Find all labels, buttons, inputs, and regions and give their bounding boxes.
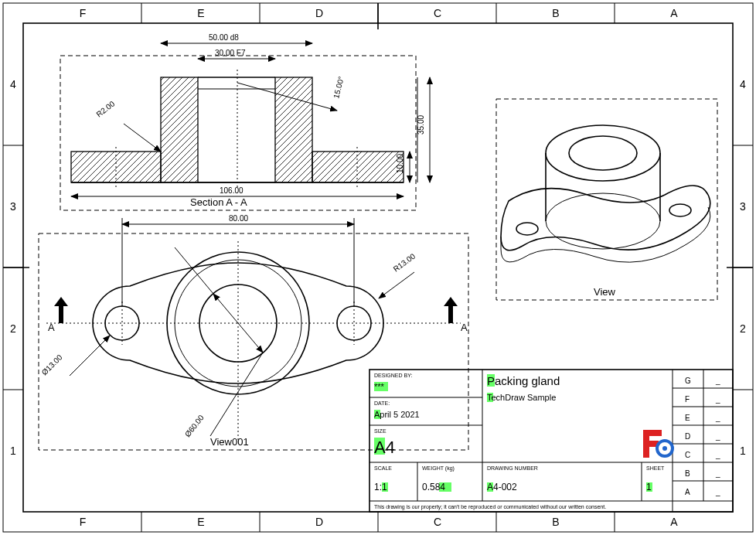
svg-text:1: 1: [10, 445, 16, 457]
svg-text:4: 4: [10, 78, 16, 90]
svg-text:C: C: [434, 7, 441, 19]
svg-text:E: E: [685, 414, 690, 422]
svg-text:3: 3: [10, 200, 16, 213]
svg-text:_: _: [715, 414, 720, 422]
svg-text:SCALE: SCALE: [374, 465, 392, 471]
svg-text:F: F: [80, 7, 87, 19]
freecad-logo-icon: [643, 430, 673, 458]
svg-text:2: 2: [10, 322, 16, 335]
svg-text:A: A: [670, 516, 678, 528]
date: April 5 2021: [374, 410, 420, 419]
svg-text:WEIGHT (kg): WEIGHT (kg): [422, 465, 455, 472]
svg-text:_: _: [715, 377, 720, 385]
svg-point-86: [516, 223, 538, 235]
svg-text:_: _: [715, 451, 720, 459]
section-view: 50.00 d8 30.00 F7 106.00 35.00 10.00 15.…: [60, 33, 430, 210]
iso-view: View: [496, 99, 717, 300]
dim-angle: 15.00°: [332, 76, 346, 100]
dim-106: 106.00: [220, 186, 243, 195]
iso-view-name: View: [594, 286, 616, 298]
svg-point-67: [337, 306, 371, 340]
drawing-title: Packing gland: [487, 374, 560, 387]
svg-text:SHEET: SHEET: [646, 465, 665, 471]
svg-text:_: _: [715, 395, 720, 404]
dim-30f7: 30.00 F7: [215, 49, 246, 57]
svg-text:A: A: [670, 7, 678, 19]
section-tag-right: A: [461, 322, 468, 333]
svg-text:B: B: [685, 469, 690, 478]
svg-text:F: F: [685, 395, 690, 404]
section-tag-left: A: [48, 322, 55, 333]
svg-text:D: D: [685, 432, 690, 441]
svg-text:C: C: [434, 516, 441, 528]
dim-r13: R13.00: [392, 252, 417, 274]
svg-text:E: E: [197, 516, 204, 528]
svg-text:F: F: [80, 516, 87, 528]
svg-text:1: 1: [740, 445, 746, 457]
svg-text:3: 3: [740, 200, 746, 213]
svg-text:_: _: [715, 469, 720, 478]
dim-d60: Ø60.00: [183, 413, 206, 438]
svg-rect-44: [161, 77, 198, 182]
svg-line-75: [70, 336, 110, 376]
svg-point-66: [105, 306, 139, 340]
size: A4: [374, 438, 395, 457]
dim-50d8: 50.00 d8: [209, 33, 239, 42]
svg-text:A: A: [685, 488, 690, 496]
svg-text:4: 4: [740, 78, 746, 90]
svg-line-79: [379, 272, 414, 298]
svg-rect-45: [275, 77, 312, 182]
svg-point-87: [669, 204, 691, 216]
title-block: DESIGNED BY: *** DATE: April 5 2021 SIZE…: [369, 370, 733, 512]
svg-text:E: E: [197, 7, 204, 19]
svg-text:_: _: [715, 432, 720, 441]
svg-text:DESIGNED BY:: DESIGNED BY:: [374, 373, 412, 378]
dim-d13: Ø13.00: [40, 353, 64, 377]
svg-point-134: [662, 446, 667, 451]
svg-point-81: [546, 125, 660, 181]
svg-text:G: G: [685, 377, 691, 385]
svg-text:D: D: [315, 7, 323, 19]
svg-text:B: B: [552, 7, 559, 19]
svg-text:DRAWING NUMBER: DRAWING NUMBER: [487, 465, 538, 471]
drawing-subtitle: TechDraw Sample: [487, 393, 556, 402]
drawing-number: A4-002: [487, 482, 517, 492]
svg-text:2: 2: [740, 322, 746, 335]
svg-text:C: C: [685, 451, 690, 459]
svg-text:B: B: [552, 516, 559, 528]
svg-point-82: [569, 136, 637, 170]
svg-text:D: D: [315, 516, 323, 528]
sheet: 1: [646, 482, 652, 492]
dim-r2: R2.00: [94, 99, 116, 118]
svg-text:_: _: [715, 488, 720, 496]
svg-rect-43: [312, 152, 404, 182]
weight: 0.584: [422, 482, 445, 492]
dim-10: 10.00: [396, 154, 404, 173]
svg-line-61: [124, 124, 161, 152]
svg-text:SIZE: SIZE: [374, 428, 387, 434]
top-view-name: View001: [210, 436, 249, 448]
drawing-sheet: FEDCBA FEDCBA 1234 1234 50.00 d8 30.00 F…: [0, 0, 756, 535]
scale: 1:1: [374, 482, 387, 492]
dim-35: 35.00: [417, 115, 425, 135]
section-name: Section A - A: [190, 196, 247, 208]
svg-text:DATE:: DATE:: [374, 400, 390, 406]
ownership-note: This drawing is our property; it can't b…: [374, 504, 606, 510]
designed-by: ***: [374, 382, 385, 391]
dim-80: 80.00: [229, 214, 248, 223]
svg-line-78: [210, 353, 263, 436]
